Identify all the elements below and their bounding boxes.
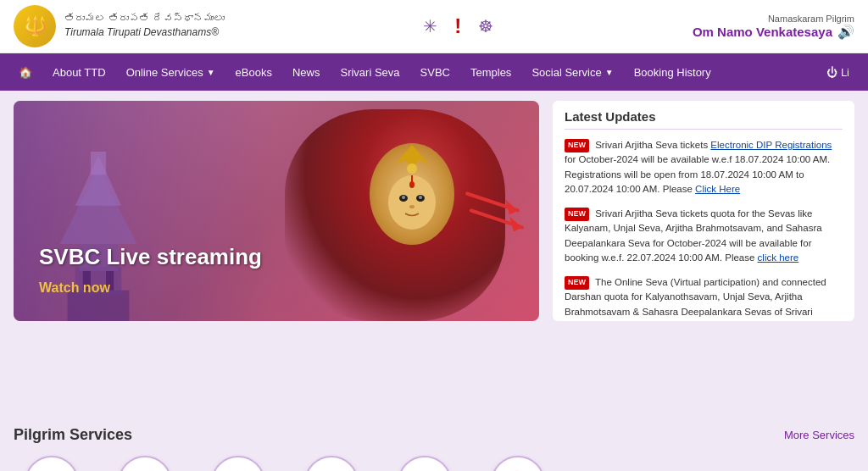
dharma-icon[interactable]: ☸ (478, 16, 493, 36)
news-label: News (292, 66, 320, 79)
seva-dip-icon: 🙏 (25, 456, 79, 471)
update-text-2: Srivari Arjitha Seva tickets quota for t… (565, 208, 822, 263)
svg-point-17 (409, 181, 415, 188)
pilgrim-name: Om Namo Venkatesaya (693, 25, 832, 39)
special-entry-icon: 🎫 (304, 456, 359, 471)
nav-svbc[interactable]: SVBC (410, 53, 460, 91)
service-item-homam[interactable]: 🔥 Sri Srinivasa Divyanugraha Homam (480, 456, 556, 471)
exclamation-icon[interactable]: ! (454, 14, 461, 38)
svg-point-14 (419, 196, 422, 199)
pilgrim-services-section: Pilgrim Services More Services 🙏 Seva El… (0, 413, 868, 471)
service-item-arjitha[interactable]: 🙌 Arjitha Sevas (107, 456, 183, 471)
new-badge-1: NEW (565, 139, 589, 152)
social-service-chevron: ▼ (605, 68, 614, 77)
nav-temples[interactable]: Temples (460, 53, 521, 91)
services-header: Pilgrim Services More Services (14, 426, 854, 444)
org-logo: 🔱 (14, 5, 56, 47)
new-badge-2: NEW (565, 208, 589, 221)
nav-srivari-seva[interactable]: Srivari Seva (330, 53, 409, 91)
update-link-1[interactable]: Click Here (695, 184, 740, 194)
svbc-label: SVBC (420, 66, 450, 79)
hero-arrow (463, 173, 531, 250)
home-icon: 🏠 (19, 66, 32, 79)
temples-label: Temples (470, 66, 511, 79)
top-bar-left: 🔱 తిరుమల తిరుపతి దేవస్థానములు Tirumala T… (14, 5, 225, 47)
hero-title: SVBC Live streaming (39, 244, 262, 270)
arjitha-icon: 🙌 (118, 456, 172, 471)
online-services-label: Online Services (126, 66, 203, 79)
top-bar-right: Namaskaram Pilgrim Om Namo Venkatesaya 🔊 (693, 14, 854, 40)
sound-icon[interactable]: 🔊 (837, 24, 854, 40)
nav-social-service[interactable]: Social Service ▼ (521, 53, 623, 91)
update-link-dip[interactable]: Electronic DIP Registrations (710, 140, 832, 150)
srivari-seva-label: Srivari Seva (340, 66, 399, 79)
deity-face (370, 143, 454, 245)
nav-about-ttd[interactable]: About TTD (42, 53, 116, 91)
about-ttd-label: About TTD (53, 66, 106, 79)
update-item-3: NEW The Online Seva (Virtual participati… (565, 275, 843, 321)
hero-banner[interactable]: SVBC Live streaming Watch now (14, 101, 539, 321)
top-bar: 🔱 తిరుమల తిరుపతి దేవస్థానములు Tirumala T… (0, 0, 868, 53)
main-content: SVBC Live streaming Watch now Latest Upd… (0, 91, 868, 413)
svg-point-9 (407, 163, 417, 174)
org-telugu: తిరుమల తిరుపతి దేవస్థానములు (64, 13, 225, 26)
service-item-accommodation[interactable]: 🏛️ Accommodation (200, 456, 276, 471)
nav-home[interactable]: 🏠 (8, 53, 42, 91)
logout-icon: ⏻ (826, 66, 837, 79)
update-item-2: NEW Srivari Arjitha Seva tickets quota f… (565, 207, 843, 265)
more-services-link[interactable]: More Services (784, 429, 854, 441)
main-nav: 🏠 About TTD Online Services ▼ eBooks New… (0, 53, 868, 91)
nav-news[interactable]: News (282, 53, 331, 91)
booking-history-label: Booking History (634, 66, 711, 79)
top-bar-center: ✳ ! ☸ (423, 14, 493, 38)
nav-online-services[interactable]: Online Services ▼ (116, 53, 225, 91)
special-entry-ammavari-icon: 🎫 (398, 456, 452, 471)
ebooks-label: eBooks (236, 66, 272, 79)
logout-label: Li (841, 66, 849, 79)
nav-booking-history[interactable]: Booking History (624, 53, 721, 91)
org-name: తిరుమల తిరుపతి దేవస్థానములు Tirumala Tir… (64, 13, 225, 39)
accommodation-icon: 🏛️ (211, 456, 265, 471)
update-text-1: Srivari Arjitha Seva tickets Electronic … (565, 140, 832, 194)
svg-point-15 (409, 205, 415, 208)
service-item-seva-dip[interactable]: 🙏 Seva Electronic DIP (14, 456, 90, 471)
homam-icon: 🔥 (491, 456, 545, 471)
update-link-2[interactable]: click here (758, 252, 799, 263)
hero-section: SVBC Live streaming Watch now (14, 101, 539, 402)
namaskaram-label: Namaskaram Pilgrim (693, 14, 854, 24)
service-item-special-entry-ammavari[interactable]: 🎫 Special Entry Darshan (Ammavari Temple… (387, 456, 463, 471)
online-services-chevron: ▼ (207, 68, 215, 77)
update-item-1: NEW Srivari Arjitha Seva tickets Electro… (565, 138, 843, 197)
social-service-label: Social Service (531, 66, 601, 79)
temple-silhouette (31, 152, 166, 321)
latest-updates-panel: Latest Updates NEW Srivari Arjitha Seva … (553, 101, 854, 321)
svg-rect-5 (91, 152, 106, 175)
latest-updates-title: Latest Updates (565, 109, 843, 130)
snowflake-icon[interactable]: ✳ (423, 16, 437, 36)
services-title: Pilgrim Services (14, 426, 132, 444)
svg-point-13 (402, 196, 405, 199)
hero-subtitle[interactable]: Watch now (39, 280, 110, 296)
nav-logout[interactable]: ⏻ Li (816, 53, 860, 91)
services-grid: 🙏 Seva Electronic DIP 🙌 Arjitha Sevas 🏛️… (14, 456, 854, 471)
nav-ebooks[interactable]: eBooks (225, 53, 282, 91)
update-text-3: The Online Seva (Virtual participation) … (565, 277, 837, 321)
org-english: Tirumala Tirupati Devasthanams® (64, 26, 225, 40)
service-item-special-entry[interactable]: 🎫 Special Entry Darshan (293, 456, 370, 471)
new-badge-3: NEW (565, 276, 589, 290)
